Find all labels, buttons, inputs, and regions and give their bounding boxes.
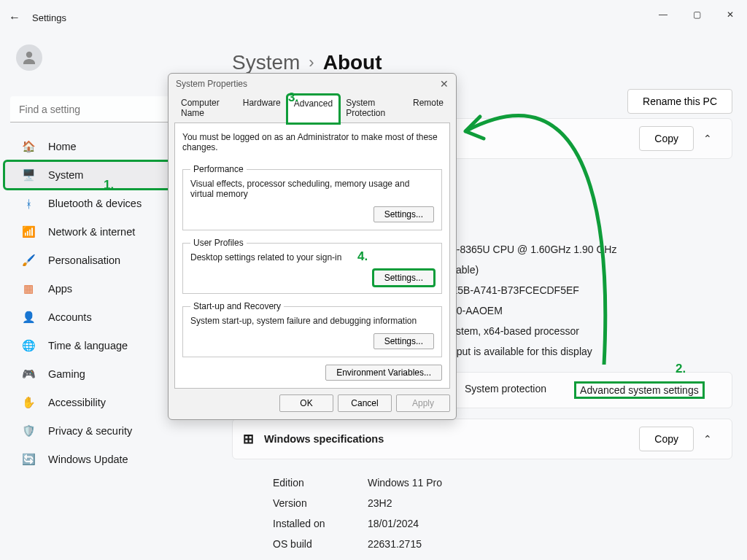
annotation-step-2: 2.	[676, 362, 686, 376]
copy-device-specs-button[interactable]: Copy	[639, 126, 694, 151]
nav-label: Accounts	[48, 311, 92, 323]
nav-icon: 🌐	[22, 339, 35, 352]
nav-label: System	[48, 169, 83, 181]
user-profiles-settings-button[interactable]: Settings...	[374, 270, 434, 286]
nav-icon: 🔄	[22, 453, 35, 466]
environment-variables-button[interactable]: Environment Variables...	[325, 365, 442, 381]
rename-pc-button[interactable]: Rename this PC	[627, 89, 732, 114]
tab-remote[interactable]: Remote	[406, 94, 450, 122]
performance-settings-button[interactable]: Settings...	[374, 206, 434, 222]
annotation-step-1: 1.	[104, 178, 114, 192]
nav-icon: 🖌️	[22, 254, 35, 267]
nav-icon: ᚼ	[22, 197, 35, 210]
nav-label: Accessibility	[48, 397, 106, 408]
dialog-close-button[interactable]: ✕	[440, 78, 449, 90]
avatar[interactable]	[16, 44, 42, 71]
advanced-system-settings-link[interactable]: Advanced system settings	[576, 383, 703, 397]
nav-label: Bluetooth & devices	[48, 198, 142, 209]
nav-label: Windows Update	[48, 454, 128, 465]
spec-value: Windows 11 Pro	[368, 477, 442, 489]
back-icon[interactable]: ←	[9, 11, 20, 24]
sidebar-item-privacy-security[interactable]: 🛡️Privacy & security	[4, 417, 206, 445]
svg-point-0	[26, 52, 32, 58]
dialog-title: System Properties	[176, 79, 247, 89]
breadcrumb-current: About	[323, 51, 382, 74]
spec-value: 23H2	[368, 497, 392, 509]
nav-label: Time & language	[48, 340, 128, 351]
nav-icon: 👤	[22, 311, 35, 324]
nav-label: Privacy & security	[48, 425, 132, 437]
tab-system-protection[interactable]: System Protection	[339, 94, 406, 122]
cancel-button[interactable]: Cancel	[338, 394, 392, 412]
nav-label: Home	[48, 141, 77, 152]
chevron-up-icon[interactable]: ⌃	[694, 433, 721, 445]
spec-label: Edition	[273, 477, 368, 489]
startup-recovery-group: Start-up and Recovery System start-up, s…	[182, 301, 442, 357]
system-protection-link[interactable]: System protection	[465, 383, 546, 397]
spec-row: Installed on18/01/2024	[273, 513, 732, 534]
window-title: Settings	[32, 12, 66, 23]
breadcrumb: System › About	[232, 51, 732, 74]
system-properties-dialog: System Properties ✕ Computer NameHardwar…	[168, 73, 457, 420]
device-specs-partial: 5-8365U CPU @ 1.60GHz 1.90 GHz sable) E5…	[451, 239, 732, 362]
nav-label: Apps	[48, 283, 72, 295]
startup-settings-button[interactable]: Settings...	[374, 333, 434, 349]
nav-icon: 🏠	[22, 140, 35, 153]
spec-label: OS build	[273, 538, 368, 550]
spec-value: 22631.2715	[368, 538, 422, 550]
nav-icon: 🖥️	[22, 168, 35, 182]
minimize-button[interactable]: —	[646, 0, 680, 29]
spec-row: Version23H2	[273, 493, 732, 513]
nav-icon: ✋	[22, 396, 35, 409]
spec-row: EditionWindows 11 Pro	[273, 472, 732, 493]
apply-button[interactable]: Apply	[396, 394, 450, 412]
annotation-step-3: 3.	[288, 90, 298, 105]
sidebar-item-windows-update[interactable]: 🔄Windows Update	[4, 446, 206, 473]
windows-icon: ⊞	[243, 431, 254, 447]
user-profiles-group: User Profiles Desktop settings related t…	[182, 238, 442, 294]
spec-row: OS build22631.2715	[273, 534, 732, 554]
annotation-step-4: 4.	[357, 249, 368, 264]
tab-hardware[interactable]: Hardware	[236, 94, 287, 122]
nav-label: Personalisation	[48, 254, 120, 266]
nav-icon: 📶	[22, 225, 35, 238]
nav-icon: 🛡️	[22, 424, 35, 438]
chevron-right-icon: ›	[309, 53, 314, 72]
nav-icon: ▦	[22, 282, 35, 295]
admin-note: You must be logged on as an Administrato…	[182, 129, 442, 160]
chevron-up-icon[interactable]: ⌃	[694, 133, 721, 144]
windows-specifications-card[interactable]: ⊞ Windows specifications Copy ⌃	[232, 419, 732, 459]
nav-label: Gaming	[48, 368, 85, 380]
windows-specs-list: EditionWindows 11 ProVersion23H2Installe…	[273, 472, 732, 560]
breadcrumb-parent[interactable]: System	[232, 51, 300, 74]
maximize-button[interactable]: ▢	[680, 0, 713, 29]
spec-row: ExperienceWindows Feature Experience Pac…	[273, 554, 732, 560]
tab-computer-name[interactable]: Computer Name	[174, 94, 236, 122]
spec-value: 18/01/2024	[368, 518, 419, 529]
ok-button[interactable]: OK	[279, 394, 333, 412]
performance-group: Performance Visual effects, processor sc…	[182, 164, 442, 230]
spec-label: Installed on	[273, 518, 368, 529]
nav-icon: 🎮	[22, 368, 35, 381]
copy-windows-specs-button[interactable]: Copy	[639, 427, 694, 451]
spec-label: Version	[273, 497, 368, 509]
nav-label: Network & internet	[48, 226, 135, 238]
close-button[interactable]: ✕	[713, 0, 747, 29]
